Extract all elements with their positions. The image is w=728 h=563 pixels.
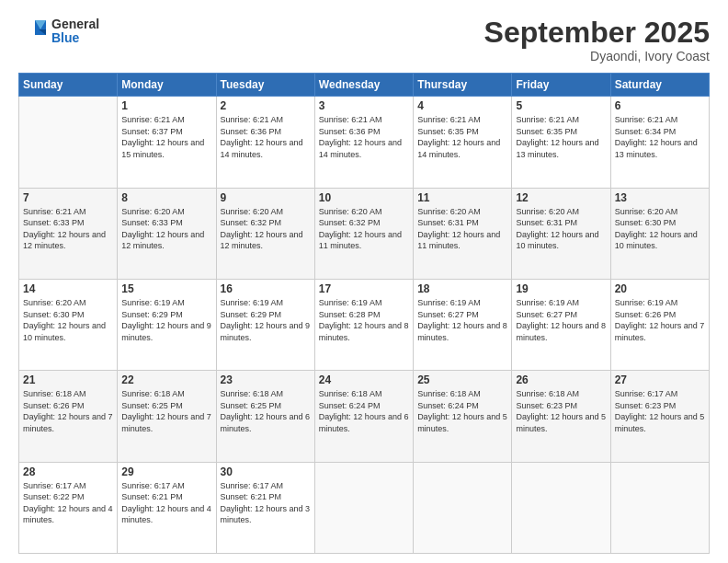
table-row: 22Sunrise: 6:18 AM Sunset: 6:25 PM Dayli… — [118, 371, 216, 462]
logo-general-text: General — [51, 17, 99, 31]
day-number: 13 — [615, 191, 705, 204]
table-row: 21Sunrise: 6:18 AM Sunset: 6:26 PM Dayli… — [19, 371, 118, 462]
day-info: Sunrise: 6:18 AM Sunset: 6:24 PM Dayligh… — [319, 388, 409, 434]
table-row: 6Sunrise: 6:21 AM Sunset: 6:34 PM Daylig… — [610, 97, 709, 188]
day-number: 30 — [221, 465, 311, 478]
day-info: Sunrise: 6:20 AM Sunset: 6:31 PM Dayligh… — [516, 206, 606, 252]
calendar-header-row: Sunday Monday Tuesday Wednesday Thursday… — [19, 74, 710, 97]
day-info: Sunrise: 6:20 AM Sunset: 6:33 PM Dayligh… — [121, 206, 211, 252]
table-row: 14Sunrise: 6:20 AM Sunset: 6:30 PM Dayli… — [19, 279, 118, 370]
day-number: 19 — [516, 282, 606, 295]
day-number: 29 — [121, 465, 211, 478]
day-info: Sunrise: 6:17 AM Sunset: 6:23 PM Dayligh… — [615, 388, 705, 434]
col-saturday: Saturday — [610, 74, 709, 97]
day-number: 5 — [516, 99, 606, 112]
day-number: 21 — [23, 373, 113, 386]
day-number: 9 — [221, 191, 311, 204]
day-info: Sunrise: 6:18 AM Sunset: 6:24 PM Dayligh… — [417, 388, 507, 434]
table-row: 27Sunrise: 6:17 AM Sunset: 6:23 PM Dayli… — [610, 371, 709, 462]
table-row — [314, 462, 413, 553]
table-row — [610, 462, 709, 553]
month-title: September 2025 — [484, 17, 710, 49]
day-info: Sunrise: 6:20 AM Sunset: 6:30 PM Dayligh… — [23, 297, 113, 343]
table-row: 9Sunrise: 6:20 AM Sunset: 6:32 PM Daylig… — [216, 188, 314, 279]
title-block: September 2025 Dyaondi, Ivory Coast — [484, 17, 710, 63]
day-info: Sunrise: 6:19 AM Sunset: 6:26 PM Dayligh… — [615, 297, 705, 343]
day-info: Sunrise: 6:18 AM Sunset: 6:25 PM Dayligh… — [221, 388, 311, 434]
table-row: 16Sunrise: 6:19 AM Sunset: 6:29 PM Dayli… — [216, 279, 314, 370]
location: Dyaondi, Ivory Coast — [484, 49, 710, 63]
day-number: 12 — [516, 191, 606, 204]
day-info: Sunrise: 6:19 AM Sunset: 6:29 PM Dayligh… — [121, 297, 211, 343]
day-info: Sunrise: 6:19 AM Sunset: 6:28 PM Dayligh… — [319, 297, 409, 343]
day-number: 8 — [121, 191, 211, 204]
table-row: 13Sunrise: 6:20 AM Sunset: 6:30 PM Dayli… — [610, 188, 709, 279]
day-number: 2 — [221, 99, 311, 112]
day-info: Sunrise: 6:19 AM Sunset: 6:27 PM Dayligh… — [516, 297, 606, 343]
day-info: Sunrise: 6:21 AM Sunset: 6:35 PM Dayligh… — [516, 114, 606, 160]
day-number: 14 — [23, 282, 113, 295]
table-row: 8Sunrise: 6:20 AM Sunset: 6:33 PM Daylig… — [118, 188, 216, 279]
day-number: 26 — [516, 373, 606, 386]
day-info: Sunrise: 6:17 AM Sunset: 6:22 PM Dayligh… — [23, 480, 113, 526]
day-info: Sunrise: 6:18 AM Sunset: 6:23 PM Dayligh… — [516, 388, 606, 434]
day-number: 11 — [417, 191, 507, 204]
day-number: 3 — [319, 99, 409, 112]
page: General Blue September 2025 Dyaondi, Ivo… — [0, 0, 728, 563]
day-number: 22 — [121, 373, 211, 386]
table-row: 28Sunrise: 6:17 AM Sunset: 6:22 PM Dayli… — [19, 462, 118, 553]
day-number: 4 — [417, 99, 507, 112]
day-info: Sunrise: 6:17 AM Sunset: 6:21 PM Dayligh… — [121, 480, 211, 526]
day-info: Sunrise: 6:20 AM Sunset: 6:32 PM Dayligh… — [221, 206, 311, 252]
day-number: 6 — [615, 99, 705, 112]
day-info: Sunrise: 6:21 AM Sunset: 6:36 PM Dayligh… — [221, 114, 311, 160]
table-row: 5Sunrise: 6:21 AM Sunset: 6:35 PM Daylig… — [512, 97, 610, 188]
day-number: 28 — [23, 465, 113, 478]
day-number: 18 — [417, 282, 507, 295]
col-sunday: Sunday — [19, 74, 118, 97]
day-info: Sunrise: 6:20 AM Sunset: 6:30 PM Dayligh… — [615, 206, 705, 252]
table-row — [19, 97, 118, 188]
day-number: 17 — [319, 282, 409, 295]
calendar-table: Sunday Monday Tuesday Wednesday Thursday… — [18, 73, 710, 554]
day-number: 23 — [221, 373, 311, 386]
day-number: 15 — [121, 282, 211, 295]
logo: General Blue — [18, 17, 99, 46]
day-number: 16 — [221, 282, 311, 295]
table-row: 30Sunrise: 6:17 AM Sunset: 6:21 PM Dayli… — [216, 462, 314, 553]
col-monday: Monday — [118, 74, 216, 97]
day-number: 20 — [615, 282, 705, 295]
day-info: Sunrise: 6:20 AM Sunset: 6:32 PM Dayligh… — [319, 206, 409, 252]
table-row: 29Sunrise: 6:17 AM Sunset: 6:21 PM Dayli… — [118, 462, 216, 553]
day-info: Sunrise: 6:21 AM Sunset: 6:34 PM Dayligh… — [615, 114, 705, 160]
table-row: 4Sunrise: 6:21 AM Sunset: 6:35 PM Daylig… — [414, 97, 512, 188]
day-info: Sunrise: 6:20 AM Sunset: 6:31 PM Dayligh… — [417, 206, 507, 252]
day-number: 27 — [615, 373, 705, 386]
table-row: 24Sunrise: 6:18 AM Sunset: 6:24 PM Dayli… — [314, 371, 413, 462]
logo-blue-text: Blue — [51, 31, 99, 45]
day-number: 10 — [319, 191, 409, 204]
table-row: 12Sunrise: 6:20 AM Sunset: 6:31 PM Dayli… — [512, 188, 610, 279]
table-row: 11Sunrise: 6:20 AM Sunset: 6:31 PM Dayli… — [414, 188, 512, 279]
table-row: 10Sunrise: 6:20 AM Sunset: 6:32 PM Dayli… — [314, 188, 413, 279]
col-tuesday: Tuesday — [216, 74, 314, 97]
col-wednesday: Wednesday — [314, 74, 413, 97]
table-row: 19Sunrise: 6:19 AM Sunset: 6:27 PM Dayli… — [512, 279, 610, 370]
day-number: 25 — [417, 373, 507, 386]
table-row: 25Sunrise: 6:18 AM Sunset: 6:24 PM Dayli… — [414, 371, 512, 462]
table-row — [414, 462, 512, 553]
table-row: 23Sunrise: 6:18 AM Sunset: 6:25 PM Dayli… — [216, 371, 314, 462]
table-row: 2Sunrise: 6:21 AM Sunset: 6:36 PM Daylig… — [216, 97, 314, 188]
table-row: 26Sunrise: 6:18 AM Sunset: 6:23 PM Dayli… — [512, 371, 610, 462]
day-number: 7 — [23, 191, 113, 204]
table-row: 3Sunrise: 6:21 AM Sunset: 6:36 PM Daylig… — [314, 97, 413, 188]
day-info: Sunrise: 6:17 AM Sunset: 6:21 PM Dayligh… — [221, 480, 311, 526]
day-info: Sunrise: 6:21 AM Sunset: 6:36 PM Dayligh… — [319, 114, 409, 160]
day-info: Sunrise: 6:21 AM Sunset: 6:33 PM Dayligh… — [23, 206, 113, 252]
table-row: 18Sunrise: 6:19 AM Sunset: 6:27 PM Dayli… — [414, 279, 512, 370]
logo-text: General Blue — [51, 17, 99, 46]
table-row: 1Sunrise: 6:21 AM Sunset: 6:37 PM Daylig… — [118, 97, 216, 188]
day-number: 1 — [121, 99, 211, 112]
day-number: 24 — [319, 373, 409, 386]
table-row: 7Sunrise: 6:21 AM Sunset: 6:33 PM Daylig… — [19, 188, 118, 279]
